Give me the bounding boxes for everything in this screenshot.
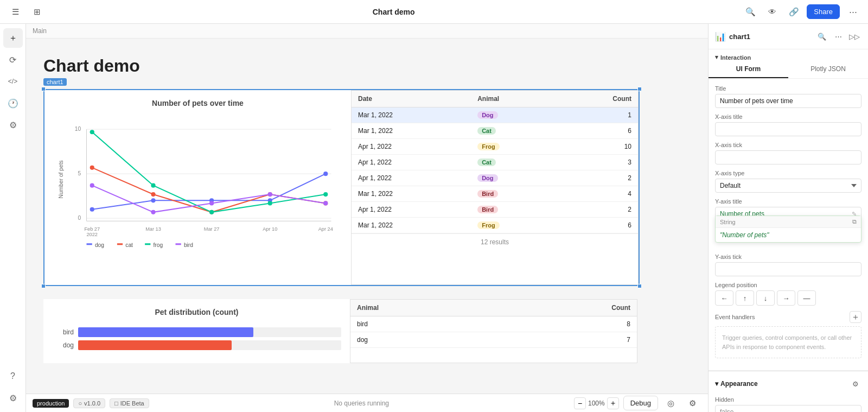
svg-rect-37 [117,243,123,245]
table-row[interactable]: Apr 1, 2022 Bird 2 [352,202,638,218]
field-x-axis-tick-input[interactable] [715,150,861,164]
table-row[interactable]: Mar 1, 2022 Cat 6 [352,123,638,139]
field-legend-position: Legend position ← ↑ ↓ → — [715,282,861,306]
svg-point-33 [268,192,272,197]
version-icon: ○ [78,400,82,407]
svg-text:5: 5 [78,170,81,176]
sidebar-time[interactable]: 🕐 [3,93,23,113]
sidebar-code[interactable]: </> [3,72,23,91]
table-row[interactable]: Apr 1, 2022 Dog 2 [352,170,638,186]
debug-button[interactable]: Debug [623,396,658,410]
appearance-section-header: ▾ Appearance ⚙ [709,371,868,396]
bar-track [78,340,341,350]
grid-icon[interactable]: ⊞ [28,3,46,21]
table-row[interactable]: Mar 1, 2022 Bird 4 [352,186,638,202]
bar-fill [78,327,253,337]
bar-label: bird [52,328,74,336]
menu-icon[interactable]: ☰ [7,3,24,21]
main-layout: ＋ ⟳ </> 🕐 ⚙ ? ⚙ Main Chart demo chart1 [0,24,868,412]
col2-animal: Animal [350,300,500,316]
appearance-settings-icon[interactable]: ⚙ [850,378,861,390]
right-panel: 📊 chart1 🔍 ⋯ ▷▷ ▾ Interaction UI Form Pl… [708,24,868,412]
top-bar-right: 🔍 👁 🔗 Share ⋯ [742,3,861,21]
table-row[interactable]: Apr 1, 2022 Frog 10 [352,139,638,155]
legend-left-button[interactable]: ← [715,290,733,306]
svg-text:10: 10 [75,126,81,132]
svg-rect-39 [145,243,150,245]
settings-bottom-button[interactable]: ⚙ [684,395,701,412]
field-y-axis-tick-input[interactable] [715,262,861,276]
sidebar-help[interactable]: ? [3,366,23,386]
table-row[interactable]: Mar 1, 2022 Dog 1 [352,107,638,123]
search-button[interactable]: 🔍 [742,3,759,21]
appearance-label: Appearance [720,380,758,388]
field-title-label: Title [715,85,861,92]
resize-br[interactable] [637,284,642,288]
cell-animal: bird [350,316,500,332]
interaction-tabs: UI Form Plotly JSON [709,61,868,79]
bar-label: dog [52,341,74,349]
svg-point-30 [90,183,94,188]
table-row[interactable]: dog 7 [350,332,637,348]
svg-text:Number of pets: Number of pets [58,160,64,198]
tab-ui-form[interactable]: UI Form [709,61,788,78]
top-bar-left: ☰ ⊞ [7,3,46,21]
tab-plotly-json[interactable]: Plotly JSON [788,61,868,78]
sidebar-settings[interactable]: ⚙ [3,115,23,135]
cell-animal: dog [350,332,500,348]
cell-count: 8 [500,316,637,332]
zoom-in-button[interactable]: ＋ [607,397,619,409]
resize-tl[interactable] [41,87,46,91]
field-y-axis-title-label: Y-axis title [715,198,861,205]
string-tooltip-value: "Number of pets" [716,228,861,242]
more-button[interactable]: ⋯ [844,3,861,21]
link-button[interactable]: 🔗 [785,3,802,21]
add-event-handler-button[interactable]: ＋ [850,311,861,323]
field-x-axis-title-input[interactable] [715,122,861,136]
legend-right-button[interactable]: → [777,290,795,306]
svg-point-27 [209,210,214,214]
legend-bottom-button[interactable]: ↓ [756,290,775,306]
status-text: No queries running [334,400,389,407]
cell-count: 7 [500,332,637,348]
preview-button[interactable]: 👁 [763,3,781,21]
table-row[interactable]: Mar 1, 2022 Frog 6 [352,218,638,233]
share-button[interactable]: Share [807,4,840,19]
cell-count: 6 [558,123,638,139]
field-y-axis-title: Y-axis title Number of pets ✎ String ⧉ "… [715,198,861,221]
activity-button[interactable]: ◎ [662,395,680,412]
field-x-axis-title: X-axis title [715,113,861,136]
cell-animal: Bird [471,186,558,202]
panel-expand-button[interactable]: ▷▷ [847,29,861,43]
resize-bl[interactable] [41,284,46,288]
svg-point-34 [323,201,328,205]
col-count: Count [558,91,638,107]
svg-text:cat: cat [125,242,133,248]
panel-search-button[interactable]: 🔍 [815,29,829,43]
breadcrumb: Main [26,24,708,39]
string-copy-icon[interactable]: ⧉ [852,218,857,225]
hidden-field-input[interactable] [715,405,861,412]
legend-none-button[interactable]: — [797,290,816,306]
zoom-out-button[interactable]: − [574,397,586,409]
sidebar-history[interactable]: ⟳ [3,50,23,69]
resize-tr[interactable] [637,87,642,91]
table-row[interactable]: Apr 1, 2022 Cat 3 [352,155,638,170]
appearance-arrow: ▾ [715,380,718,388]
event-handler-header: Event handlers ＋ [715,311,861,323]
panel-more-button[interactable]: ⋯ [831,29,845,43]
sidebar-config[interactable]: ⚙ [3,388,23,408]
table-row[interactable]: bird 8 [350,316,637,332]
ide-badge[interactable]: □ IDE Beta [110,398,149,408]
chart-component-wrapper: chart1 Number of pets over time [43,89,640,286]
legend-top-button[interactable]: ↑ [736,290,754,306]
field-x-axis-type-select[interactable]: Default Linear Log Date Category [715,179,861,193]
field-title-input[interactable] [715,94,861,108]
svg-text:2022: 2022 [86,232,98,237]
cell-date: Apr 1, 2022 [352,170,471,186]
sidebar-add[interactable]: ＋ [3,28,23,48]
cell-count: 1 [558,107,638,123]
panel-header-left: 📊 chart1 [715,31,750,42]
svg-point-25 [90,130,94,134]
version-label: v1.0.0 [84,400,100,407]
